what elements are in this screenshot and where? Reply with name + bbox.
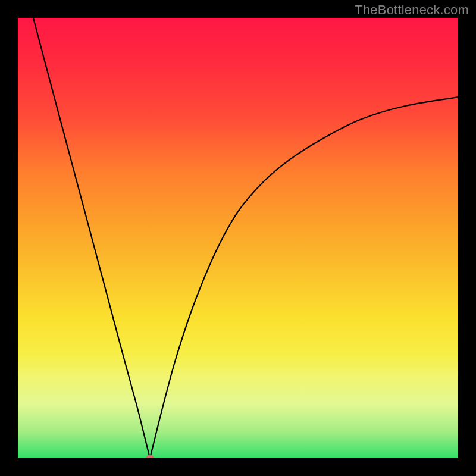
watermark-text: TheBottleneck.com	[355, 2, 469, 18]
bottleneck-curve	[33, 18, 458, 458]
plot-area	[18, 18, 458, 458]
minimum-marker-icon	[146, 455, 154, 458]
chart-frame: TheBottleneck.com	[0, 0, 476, 476]
curve-svg	[18, 18, 458, 458]
